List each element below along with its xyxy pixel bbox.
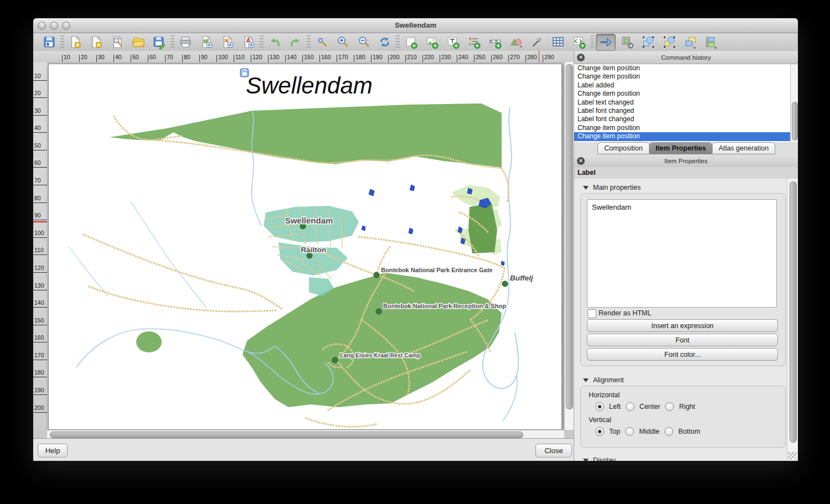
ruler-tick-label: 60 — [34, 159, 41, 166]
ruler-tick — [440, 55, 440, 62]
align-selected-items-button[interactable] — [702, 34, 721, 50]
history-item[interactable]: Change item position — [574, 64, 790, 72]
redo-button[interactable] — [286, 34, 305, 50]
close-button[interactable]: Close — [535, 444, 572, 458]
history-scroll-thumb[interactable] — [792, 102, 798, 141]
history-item[interactable]: Change item position — [574, 90, 790, 98]
composition-manager-button[interactable] — [108, 34, 127, 50]
ruler-tick — [508, 55, 509, 62]
radio-middle[interactable] — [625, 427, 634, 436]
radio-left[interactable] — [595, 402, 604, 411]
ruler-tick — [234, 55, 234, 62]
item-properties-header: × Item Properties — [574, 155, 798, 168]
help-button[interactable]: Help — [38, 444, 68, 458]
ruler-tick-label: 30 — [34, 107, 41, 114]
group-items-button[interactable] — [618, 34, 637, 50]
label-text-input[interactable]: Swellendam — [587, 199, 777, 308]
export-as-pdf-button[interactable] — [239, 34, 258, 50]
history-item[interactable]: Label added — [574, 81, 790, 90]
add-arrow-icon — [530, 35, 544, 49]
zoom-out-button[interactable] — [354, 34, 373, 50]
move-item-content-button[interactable] — [596, 34, 616, 51]
add-new-legend-button[interactable] — [465, 34, 483, 50]
history-item[interactable]: Label font changed — [574, 115, 790, 123]
composition-page[interactable]: SwellendamRailtonBontebok National Park … — [48, 64, 562, 430]
add-new-scalebar-button[interactable] — [486, 34, 504, 50]
save-as-template-button[interactable] — [150, 34, 169, 50]
new-composition-button[interactable] — [66, 34, 85, 50]
add-attribute-table-icon — [551, 35, 565, 49]
font-color-button[interactable]: Font color... — [587, 348, 778, 361]
ruler-tick-label: 70 — [167, 54, 173, 60]
ruler-tick-label: 60 — [149, 54, 156, 60]
radio-top[interactable] — [595, 427, 604, 436]
add-new-map-button[interactable] — [401, 34, 420, 50]
add-attribute-table-button[interactable] — [549, 34, 568, 50]
raise-selected-items-button[interactable] — [681, 34, 700, 50]
print-button[interactable] — [176, 34, 195, 50]
radio-bottom[interactable] — [664, 427, 673, 436]
command-history-title: Command history — [574, 54, 798, 61]
ruler-tick — [33, 394, 47, 395]
properties-scrollbar[interactable] — [787, 179, 798, 461]
radio-right[interactable] — [665, 402, 674, 411]
add-basic-shape-button[interactable] — [507, 34, 525, 50]
ruler-tick-label: 280 — [527, 54, 537, 60]
refresh-view-button[interactable] — [375, 34, 394, 50]
add-image-button[interactable] — [422, 34, 441, 50]
duplicate-composition-button[interactable] — [87, 34, 106, 50]
toolbar-separator — [396, 35, 400, 49]
add-arrow-button[interactable] — [528, 34, 547, 50]
align-selected-items-icon — [704, 35, 719, 49]
export-as-svg-button[interactable] — [218, 34, 237, 50]
map-label: Bontebok National Park Reception & Shop — [383, 303, 506, 309]
ruler-tick — [337, 55, 337, 62]
add-html-frame-button[interactable] — [570, 34, 589, 50]
ruler-tick — [79, 55, 80, 62]
tab-item-properties[interactable]: Item Properties — [649, 142, 712, 154]
export-as-image-button[interactable] — [197, 34, 216, 50]
save-button[interactable] — [40, 34, 59, 50]
main-properties-section-header[interactable]: Main properties — [583, 184, 641, 191]
canvas-hscroll-thumb[interactable] — [50, 432, 523, 438]
radio-middle-label: Middle — [639, 428, 659, 435]
map-item[interactable]: SwellendamRailtonBontebok National Park … — [49, 64, 561, 429]
page-title-label-item[interactable]: Swellendam — [240, 69, 373, 98]
move-item-button[interactable] — [660, 34, 679, 50]
toolbar-separator — [60, 35, 64, 49]
add-basic-shape-icon — [509, 35, 523, 49]
render-as-html-checkbox[interactable] — [587, 309, 596, 318]
command-history-list[interactable]: Change item positionChange item position… — [574, 64, 790, 142]
tab-atlas-generation[interactable]: Atlas generation — [712, 142, 775, 154]
alignment-section-header[interactable]: Alignment — [583, 376, 624, 384]
history-item[interactable]: Change item position — [574, 124, 790, 132]
title-bar[interactable]: Swellendam — [33, 18, 798, 33]
undo-button[interactable] — [265, 34, 284, 50]
select-move-item-button[interactable] — [639, 34, 658, 50]
font-button[interactable]: Font — [587, 334, 778, 346]
move-item-icon — [662, 35, 677, 49]
history-item[interactable]: Change item position — [574, 72, 790, 81]
canvas-vscroll-thumb[interactable] — [566, 64, 573, 409]
radio-center[interactable] — [626, 402, 635, 411]
ruler-tick — [371, 55, 372, 62]
ruler-tick-label: 120 — [252, 54, 262, 60]
ruler-tick — [33, 254, 47, 255]
resize-grip[interactable] — [788, 452, 797, 460]
history-scrollbar[interactable] — [790, 64, 798, 142]
add-new-label-button[interactable] — [444, 34, 462, 50]
history-item[interactable]: Change item position — [574, 132, 790, 141]
ruler-tick-label: 80 — [34, 195, 41, 201]
zoom-in-button[interactable] — [333, 34, 352, 50]
tab-composition[interactable]: Composition — [597, 142, 649, 154]
ruler-tick — [354, 55, 354, 62]
history-item[interactable]: Label text changed — [574, 98, 790, 107]
canvas-vertical-scrollbar[interactable] — [564, 62, 574, 430]
display-section-header[interactable]: Display — [583, 456, 616, 461]
canvas-horizontal-scrollbar[interactable] — [47, 430, 564, 439]
insert-expression-button[interactable]: Insert an expression — [587, 319, 778, 332]
history-item[interactable]: Label font changed — [574, 107, 790, 115]
properties-scroll-thumb[interactable] — [790, 181, 797, 443]
load-from-template-button[interactable] — [129, 34, 148, 50]
zoom-full-button[interactable] — [312, 34, 331, 50]
